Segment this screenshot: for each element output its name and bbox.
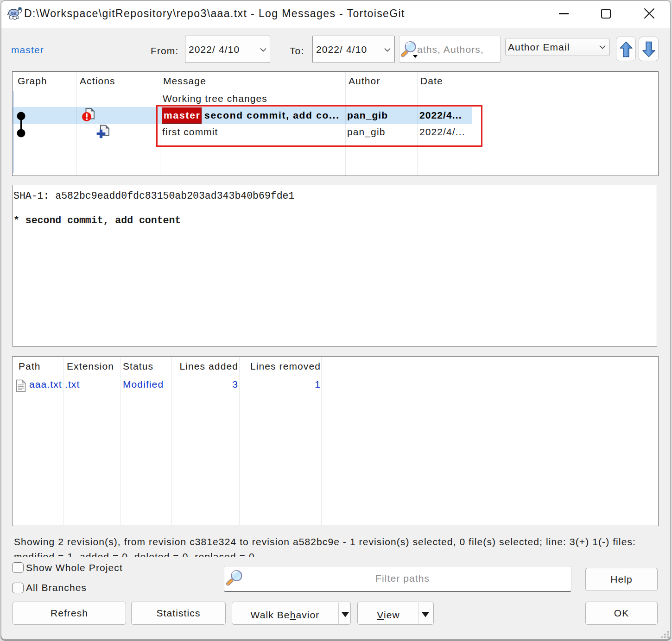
svg-text:Git: Git — [11, 11, 17, 16]
